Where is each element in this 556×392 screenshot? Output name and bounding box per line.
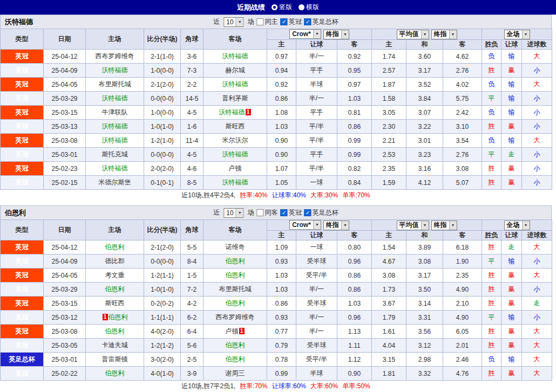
team-name-text[interactable]: 伯恩利 [226, 299, 245, 307]
checkbox-icon [257, 209, 264, 216]
score-cell[interactable]: 1-0(1-0) [144, 120, 181, 134]
average-final-odds-select-value: 终指 [434, 30, 447, 39]
team-name-text[interactable]: 沃特福德 [219, 108, 245, 116]
score-cell[interactable]: 0-2(0-2) [144, 297, 181, 311]
team-name-text[interactable]: 伯恩利 [105, 327, 125, 335]
score-cell[interactable]: 4-0(1-0) [144, 367, 181, 381]
team-name-text[interactable]: 西布罗姆维奇 [96, 52, 134, 60]
average-odds-select[interactable]: 平均值▼ [397, 221, 429, 230]
team-name-text[interactable]: 卢顿 [226, 327, 239, 335]
score-cell[interactable]: 4-0(2-0) [144, 325, 181, 339]
average-final-odds-select[interactable]: 终指▼ [431, 30, 457, 39]
score-cell[interactable]: 2-1(2-0) [144, 240, 181, 255]
home-odds-cell: 0.92 [267, 78, 296, 92]
summary-segment-2: 让球率:40% [272, 191, 306, 199]
team-name-text[interactable]: 伯恩利 [226, 271, 245, 279]
team-name-text[interactable]: 考文垂 [105, 271, 125, 279]
team-name-text[interactable]: 沃特福德 [102, 66, 128, 74]
team-name-text[interactable]: 伯恩利 [226, 355, 245, 363]
final-odds-select[interactable]: 终指▼ [323, 221, 349, 230]
team-name-text[interactable]: 伯恩利 [105, 369, 125, 377]
score-cell[interactable]: 2-1(1-0) [144, 50, 181, 64]
team-name-text[interactable]: 斯旺西 [226, 122, 245, 130]
score-cell[interactable]: 3-0(2-0) [144, 353, 181, 367]
avg-home-cell: 4.67 [372, 255, 406, 269]
team-name-text[interactable]: 德比郡 [105, 257, 125, 265]
team-name-text[interactable]: 谢周三 [226, 369, 245, 377]
same-home-checkbox[interactable]: 同主 [257, 17, 278, 26]
bookmaker-select[interactable]: Crow*▼ [289, 220, 321, 230]
score-cell[interactable]: 1-0(0-0) [144, 64, 181, 78]
home-odds-cell: 1.03 [267, 283, 296, 297]
score-cell[interactable]: 1-2(1-1) [144, 269, 181, 283]
score-cell[interactable]: 1-2(1-0) [144, 134, 181, 148]
team-name-text[interactable]: 卢顿 [229, 164, 242, 172]
sub-header-2: 客 [337, 40, 372, 50]
team-name-text[interactable]: 沃特福德 [102, 164, 128, 172]
team-section-watford: 沃特福德近10▼场同主✓英冠✓英足总杯类型日期主场比分(半场)角球客场Crow*… [0, 15, 556, 201]
team-name-text[interactable]: 米尔沃尔 [222, 136, 248, 144]
chevron-down-icon: ▼ [449, 30, 457, 39]
away-odds-cell: 0.97 [337, 78, 372, 92]
team-name-text[interactable]: 沃特福德 [102, 94, 128, 102]
score-cell[interactable]: 0-1(0-1) [144, 176, 181, 190]
layout-radio-vertical[interactable]: 竖版 [272, 3, 292, 12]
sub-header-3: 主 [372, 40, 406, 50]
score-cell[interactable]: 2-0(2-0) [144, 162, 181, 176]
team-name-text[interactable]: 伯恩利 [105, 243, 125, 251]
score-cell[interactable]: 1-2(1-2) [144, 339, 181, 353]
league-championship-checkbox[interactable]: ✓英冠 [281, 208, 302, 217]
avg-draw-cell: 3.23 [406, 148, 443, 162]
score-cell[interactable]: 1-1(1-1) [144, 311, 181, 325]
team-name-text[interactable]: 西布罗姆维奇 [216, 313, 255, 321]
avg-home-cell: 3.08 [372, 269, 406, 283]
team-name-text[interactable]: 布里斯托城 [99, 80, 131, 88]
header-row-1: 类型日期主场比分(半场)角球客场Crow*▼终指▼平均值▼终指▼全场▼ [1, 29, 552, 40]
fa-cup-checkbox[interactable]: ✓英足总杯 [304, 17, 338, 26]
team-name-text[interactable]: 米德尔斯堡 [99, 178, 131, 186]
league-championship-checkbox[interactable]: ✓英冠 [281, 17, 302, 26]
same-away-checkbox[interactable]: 同客 [257, 208, 278, 217]
team-name-text[interactable]: 沃特福德 [222, 150, 248, 158]
avg-away-cell: 4.90 [443, 311, 482, 325]
average-final-odds-select[interactable]: 终指▼ [431, 221, 457, 230]
team-name-text[interactable]: 沃特福德 [102, 136, 128, 144]
corners-cell: 5-5 [181, 240, 204, 255]
bookmaker-select[interactable]: Crow*▼ [289, 29, 321, 39]
team-name-text[interactable]: 普利茅斯 [222, 94, 248, 102]
checkbox-icon: ✓ [281, 18, 288, 25]
score-cell[interactable]: 0-0(0-0) [144, 148, 181, 162]
team-name-text[interactable]: 诺维奇 [226, 243, 245, 251]
team-name-text[interactable]: 沃特福德 [102, 122, 128, 130]
average-odds-select[interactable]: 平均值▼ [397, 30, 429, 39]
team-name-text[interactable]: 牛津联队 [102, 108, 128, 116]
team-name-text[interactable]: 普雷斯顿 [102, 355, 128, 363]
team-name-text[interactable]: 沃特福德 [222, 52, 248, 60]
score-cell[interactable]: 0-0(0-0) [144, 255, 181, 269]
team-name-text[interactable]: 伯恩利 [226, 257, 245, 265]
team-name-text[interactable]: 沃特福德 [222, 178, 248, 186]
recent-count-select[interactable]: 10▼ [223, 208, 243, 218]
full-match-select[interactable]: 全场▼ [504, 221, 530, 230]
fa-cup-checkbox[interactable]: ✓英足总杯 [304, 208, 338, 217]
score-cell[interactable]: 1-0(1-0) [144, 283, 181, 297]
team-name-text[interactable]: 伯恩利 [105, 285, 125, 293]
team-name-text[interactable]: 沃特福德 [222, 80, 248, 88]
team-name-text[interactable]: 卡迪夫城 [102, 341, 128, 349]
score-cell[interactable]: 2-1(2-0) [144, 78, 181, 92]
layout-radio-horizontal[interactable]: 横版 [299, 3, 319, 12]
team-name-text[interactable]: 斯托克城 [102, 150, 128, 158]
recent-count-select[interactable]: 10▼ [223, 17, 243, 27]
full-match-select[interactable]: 全场▼ [504, 30, 530, 39]
team-name-text[interactable]: 布里斯托城 [219, 285, 252, 293]
sub-header-0: 主 [267, 231, 296, 240]
team-name-text[interactable]: 斯旺西 [105, 299, 125, 307]
team-name-text[interactable]: 伯恩利 [226, 341, 245, 349]
team-name-text[interactable]: 伯恩利 [109, 313, 128, 321]
final-odds-select[interactable]: 终指▼ [323, 30, 349, 39]
score-cell[interactable]: 1-0(0-0) [144, 106, 181, 120]
goals-result-cell: 小 [522, 106, 552, 120]
date-cell: 25-03-15 [44, 297, 86, 311]
team-name-text[interactable]: 赫尔城 [226, 66, 245, 74]
score-cell[interactable]: 0-0(0-0) [144, 92, 181, 106]
